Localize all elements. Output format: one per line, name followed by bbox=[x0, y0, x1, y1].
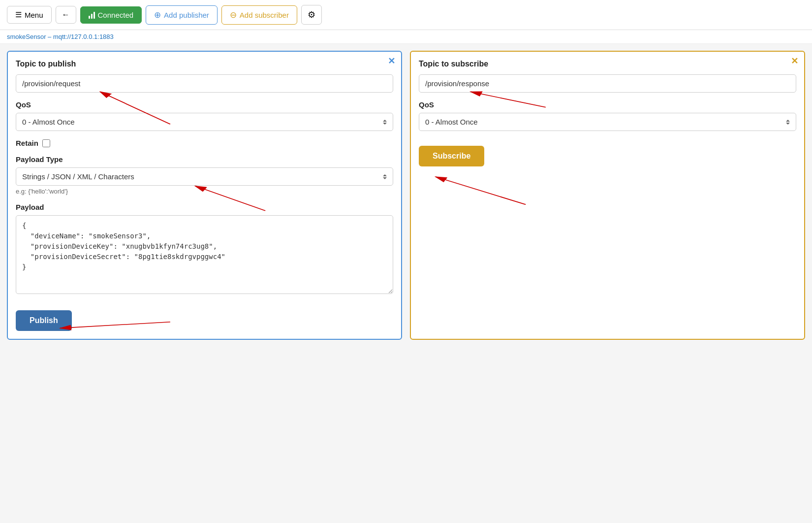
signal-icon bbox=[89, 11, 95, 19]
back-button[interactable]: ← bbox=[56, 6, 76, 24]
breadcrumb-text: smokeSensor – mqtt://127.0.0.1:1883 bbox=[7, 33, 114, 40]
menu-button[interactable]: ☰ Menu bbox=[7, 6, 52, 24]
subscriber-qos-group: QoS 0 - Almost Once 1 - At Least Once 2 … bbox=[419, 100, 796, 131]
payload-type-select[interactable]: Strings / JSON / XML / Characters Base64… bbox=[16, 167, 393, 186]
publisher-qos-label: QoS bbox=[16, 100, 393, 109]
subscriber-panel: ✕ Topic to subscribe QoS 0 - Almost Once… bbox=[410, 51, 805, 340]
payload-hint: e.g: {'hello':'world'} bbox=[16, 188, 393, 195]
subscriber-title: Topic to subscribe bbox=[419, 60, 796, 68]
add-subscriber-button[interactable]: ⊖ Add subscriber bbox=[221, 5, 297, 25]
retain-label: Retain bbox=[16, 139, 38, 147]
publish-label: Publish bbox=[30, 316, 58, 325]
publish-button[interactable]: Publish bbox=[16, 310, 72, 331]
subscribe-button[interactable]: Subscribe bbox=[419, 146, 484, 166]
publisher-payload-type-group: Payload Type Strings / JSON / XML / Char… bbox=[16, 155, 393, 195]
retain-checkbox[interactable] bbox=[42, 139, 50, 147]
connected-button[interactable]: Connected bbox=[80, 6, 142, 24]
add-publisher-button[interactable]: ⊕ Add publisher bbox=[146, 5, 218, 25]
subscriber-topic-group: Topic to subscribe bbox=[419, 60, 796, 93]
subscriber-qos-label: QoS bbox=[419, 100, 796, 109]
menu-label: Menu bbox=[25, 11, 43, 19]
add-publisher-label: Add publisher bbox=[164, 11, 209, 19]
settings-button[interactable]: ⚙ bbox=[301, 5, 322, 25]
publisher-close-button[interactable]: ✕ bbox=[388, 57, 395, 65]
menu-icon: ☰ bbox=[15, 10, 22, 19]
add-publisher-icon: ⊕ bbox=[154, 10, 161, 20]
settings-icon: ⚙ bbox=[308, 9, 315, 20]
publisher-topic-group: Topic to publish bbox=[16, 60, 393, 93]
publisher-qos-select[interactable]: 0 - Almost Once 1 - At Least Once 2 - Ex… bbox=[16, 113, 393, 131]
publisher-topic-input[interactable] bbox=[16, 74, 393, 93]
publisher-title: Topic to publish bbox=[16, 60, 393, 68]
add-subscriber-label: Add subscriber bbox=[240, 11, 289, 19]
payload-textarea[interactable]: { "deviceName": "smokeSensor3", "provisi… bbox=[16, 215, 393, 294]
subscriber-close-button[interactable]: ✕ bbox=[791, 57, 798, 65]
subscribe-label: Subscribe bbox=[433, 152, 470, 160]
back-arrow-icon: ← bbox=[62, 10, 70, 19]
connected-label: Connected bbox=[98, 11, 134, 19]
publisher-qos-group: QoS 0 - Almost Once 1 - At Least Once 2 … bbox=[16, 100, 393, 131]
payload-type-label: Payload Type bbox=[16, 155, 393, 163]
publisher-payload-group: Payload { "deviceName": "smokeSensor3", … bbox=[16, 203, 393, 295]
subscriber-qos-select[interactable]: 0 - Almost Once 1 - At Least Once 2 - Ex… bbox=[419, 113, 796, 131]
subscriber-topic-input[interactable] bbox=[419, 74, 796, 93]
header: ☰ Menu ← Connected ⊕ Add publisher ⊖ Add… bbox=[0, 0, 812, 30]
publisher-retain-group: Retain bbox=[16, 139, 393, 147]
add-subscriber-icon: ⊖ bbox=[230, 10, 237, 20]
breadcrumb: smokeSensor – mqtt://127.0.0.1:1883 bbox=[0, 30, 812, 44]
publisher-panel: ✕ Topic to publish QoS 0 - Almost Once 1… bbox=[7, 51, 402, 340]
main-content: ✕ Topic to publish QoS 0 - Almost Once 1… bbox=[0, 44, 812, 347]
payload-label: Payload bbox=[16, 203, 393, 211]
